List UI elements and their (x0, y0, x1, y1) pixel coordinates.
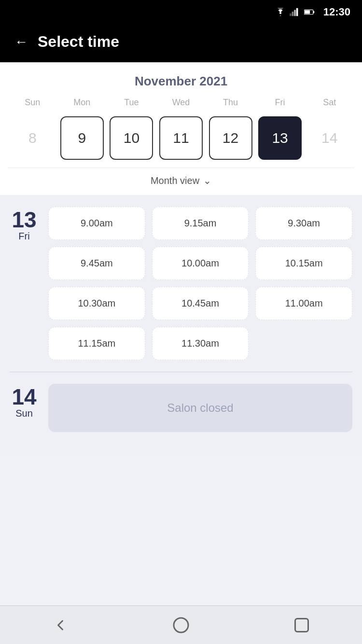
day-number-14: 14 (12, 386, 36, 408)
day-name-13: Fri (18, 231, 29, 242)
home-nav-button[interactable] (170, 615, 192, 636)
svg-rect-5 (313, 11, 314, 14)
weekday-thu: Thu (209, 98, 252, 108)
day-divider (10, 372, 352, 372)
day-label-14: 14 Sun (10, 384, 39, 419)
slot-9-00am[interactable]: 9.00am (48, 207, 145, 240)
date-10[interactable]: 10 (110, 116, 153, 160)
svg-rect-8 (295, 618, 308, 631)
weekday-sun: Sun (11, 98, 54, 108)
day-name-14: Sun (15, 408, 33, 419)
month-year-title: November 2021 (8, 74, 354, 89)
recent-nav-button[interactable] (291, 615, 312, 636)
slots-grid-13: 9.00am 9.15am 9.30am 9.45am 10.00am 10.1… (48, 207, 352, 360)
wifi-icon (275, 8, 286, 16)
home-circle-icon (172, 616, 190, 634)
weekday-tue: Tue (110, 98, 153, 108)
date-12[interactable]: 12 (209, 116, 252, 160)
date-9[interactable]: 9 (60, 116, 104, 160)
signal-icon (290, 8, 300, 16)
weekdays-row: Sun Mon Tue Wed Thu Fri Sat (8, 98, 354, 108)
weekday-wed: Wed (159, 98, 203, 108)
day-number-13: 13 (12, 209, 36, 231)
dates-row: 8 9 10 11 12 13 14 (8, 112, 354, 168)
svg-point-7 (174, 618, 188, 632)
status-icons (275, 8, 315, 16)
day-block-14: 14 Sun Salon closed (10, 384, 352, 432)
bottom-navigation (0, 605, 362, 644)
battery-icon (304, 8, 315, 16)
slot-11-15am[interactable]: 11.15am (48, 327, 145, 360)
weekday-sat: Sat (308, 98, 351, 108)
day-block-13: 13 Fri 9.00am 9.15am 9.30am 9.45am 10.00… (10, 207, 352, 360)
day-label-13: 13 Fri (10, 207, 39, 360)
recent-square-icon (293, 616, 310, 634)
slot-9-30am[interactable]: 9.30am (255, 207, 352, 240)
svg-rect-6 (305, 10, 310, 14)
status-time: 12:30 (323, 6, 350, 18)
date-14[interactable]: 14 (308, 116, 351, 160)
page-title: Select time (38, 33, 119, 51)
back-nav-button[interactable] (50, 615, 71, 636)
chevron-down-icon: ⌄ (203, 175, 211, 186)
slot-9-15am[interactable]: 9.15am (152, 207, 249, 240)
slot-11-00am[interactable]: 11.00am (255, 287, 352, 320)
slot-11-30am[interactable]: 11.30am (152, 327, 249, 360)
back-button[interactable]: ← (14, 34, 28, 50)
date-8[interactable]: 8 (11, 116, 54, 160)
back-triangle-icon (52, 616, 69, 634)
date-13[interactable]: 13 (258, 116, 302, 160)
svg-rect-2 (294, 10, 296, 16)
slot-10-30am[interactable]: 10.30am (48, 287, 145, 320)
svg-rect-1 (292, 12, 293, 16)
slot-9-45am[interactable]: 9.45am (48, 247, 145, 280)
month-view-label: Month view (151, 175, 199, 186)
svg-rect-3 (296, 8, 298, 16)
app-header: ← Select time (0, 24, 362, 62)
slot-10-45am[interactable]: 10.45am (152, 287, 249, 320)
svg-rect-0 (290, 14, 292, 16)
month-view-toggle[interactable]: Month view ⌄ (8, 168, 354, 195)
slot-10-15am[interactable]: 10.15am (255, 247, 352, 280)
timeslots-section: 13 Fri 9.00am 9.15am 9.30am 9.45am 10.00… (0, 195, 362, 455)
calendar-section: November 2021 Sun Mon Tue Wed Thu Fri Sa… (0, 62, 362, 195)
salon-closed-box: Salon closed (48, 384, 352, 432)
slot-10-00am[interactable]: 10.00am (152, 247, 249, 280)
status-bar: 12:30 (0, 0, 362, 24)
weekday-mon: Mon (60, 98, 104, 108)
weekday-fri: Fri (258, 98, 302, 108)
date-11[interactable]: 11 (159, 116, 203, 160)
